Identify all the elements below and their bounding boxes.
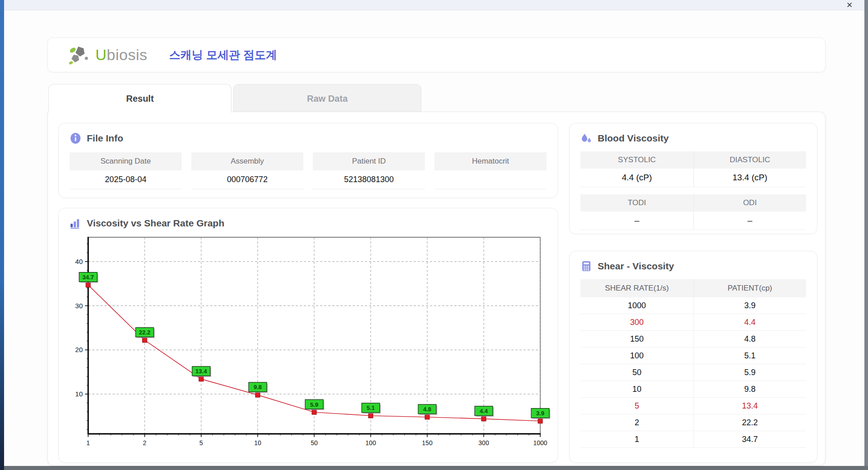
col-patient: PATIENT(cp) — [693, 279, 807, 297]
cell-label: DIASTOLIC — [693, 151, 807, 169]
logo-letter-u: U — [95, 46, 107, 63]
shear-viscosity-table-header: SHEAR RATE(1/s) PATIENT(cp) — [580, 279, 806, 297]
tab-result[interactable]: Result — [48, 84, 231, 113]
chart-point — [255, 393, 260, 397]
blood-viscosity-cell: SYSTOLIC4.4 (cP) — [580, 151, 693, 187]
x-tick-label: 150 — [422, 439, 433, 446]
close-icon[interactable]: ✕ — [844, 0, 854, 10]
x-tick-label: 100 — [365, 439, 376, 446]
shear-viscosity-rows: 10003.93004.41504.81005.1505.9109.8513.4… — [580, 297, 806, 448]
cell-shear-rate: 10 — [580, 381, 693, 397]
chart-point-label: 4.8 — [423, 406, 431, 413]
table-row: 10003.9 — [580, 297, 806, 314]
viscosity-chart: 102030401251050100150300100034.722.213.4… — [59, 236, 558, 459]
blood-viscosity-group: TODI–ODI– — [580, 194, 806, 230]
chart-point — [538, 419, 542, 423]
chart-point — [368, 414, 373, 418]
cell-shear-rate: 5 — [580, 398, 693, 414]
graph-title-text: Viscosity vs Shear Rate Graph — [87, 218, 224, 229]
shear-viscosity-title-text: Shear - Viscosity — [598, 261, 674, 272]
chart-point — [481, 417, 486, 421]
result-panel: File Info Scanning Date2025-08-04Assembl… — [47, 112, 826, 466]
cell-patient: 4.8 — [693, 331, 807, 347]
viscosity-chart-svg: 102030401251050100150300100034.722.213.4… — [59, 236, 558, 459]
ubiosis-logo-icon — [68, 45, 92, 66]
file-info-title: File Info — [70, 132, 557, 144]
cell-shear-rate: 50 — [580, 364, 693, 381]
table-row: 109.8 — [580, 381, 806, 398]
table-row: 1504.8 — [580, 331, 806, 348]
cell-shear-rate: 1000 — [580, 297, 693, 314]
blood-viscosity-table: SYSTOLIC4.4 (cP)DIASTOLIC13.4 (cP)TODI–O… — [570, 151, 817, 230]
cell-patient: 4.4 — [693, 314, 807, 330]
chart-point — [142, 338, 147, 343]
blood-viscosity-group: SYSTOLIC4.4 (cP)DIASTOLIC13.4 (cP) — [580, 151, 806, 187]
y-tick-label: 40 — [75, 258, 83, 265]
blood-viscosity-cell: ODI– — [693, 194, 807, 230]
cell-shear-rate: 150 — [580, 331, 693, 347]
chart-point-label: 13.4 — [195, 368, 207, 375]
file-info-field: Assembly000706772 — [191, 152, 303, 189]
chart-point-label: 5.9 — [310, 401, 318, 408]
file-info-fields: Scanning Date2025-08-04Assembly000706772… — [70, 152, 547, 189]
chart-point-label: 22.2 — [139, 329, 150, 336]
table-row: 1005.1 — [580, 348, 806, 364]
x-tick-label: 10 — [254, 439, 261, 446]
cell-shear-rate: 1 — [580, 431, 693, 447]
field-label: Scanning Date — [70, 152, 182, 170]
cell-label: ODI — [693, 194, 807, 212]
app-window: ✕ Ubiosis 스캐닝 모세관 점도계 Result Raw Data — [0, 0, 868, 470]
col-shear-rate: SHEAR RATE(1/s) — [580, 279, 693, 297]
graph-card: Viscosity vs Shear Rate Graph 1020304012… — [58, 208, 558, 463]
chart-point-label: 34.7 — [82, 274, 94, 281]
cell-patient: 34.7 — [693, 431, 807, 447]
cell-shear-rate: 100 — [580, 348, 693, 364]
blood-viscosity-card: Blood Viscosity SYSTOLIC4.4 (cP)DIASTOLI… — [569, 123, 817, 234]
cell-value: 4.4 (cP) — [580, 169, 693, 187]
cell-shear-rate: 300 — [580, 314, 693, 330]
cell-patient: 9.8 — [693, 381, 807, 397]
x-tick-label: 5 — [199, 439, 203, 446]
x-tick-label: 50 — [311, 439, 318, 446]
field-value: 52138081300 — [313, 170, 425, 189]
graph-title: Viscosity vs Shear Rate Graph — [70, 217, 557, 229]
window-right-border — [864, 0, 868, 470]
cell-value: – — [693, 212, 807, 230]
chart-point-label: 9.8 — [254, 384, 262, 390]
table-row: 222.2 — [580, 414, 806, 431]
blood-viscosity-cell: TODI– — [580, 194, 693, 230]
cell-label: TODI — [580, 194, 693, 212]
field-value — [434, 170, 547, 189]
field-label: Assembly — [191, 152, 303, 170]
window-left-border — [0, 0, 4, 470]
tab-raw-data[interactable]: Raw Data — [233, 84, 421, 113]
ubiosis-logo: Ubiosis — [68, 45, 147, 66]
field-value: 000706772 — [191, 170, 303, 189]
chart-point — [86, 283, 90, 287]
file-info-field: Scanning Date2025-08-04 — [70, 152, 182, 189]
chart-point-label: 3.9 — [536, 410, 544, 417]
field-value: 2025-08-04 — [70, 170, 182, 189]
shear-viscosity-title: Shear - Viscosity — [580, 260, 817, 272]
y-tick-label: 10 — [75, 390, 83, 398]
field-label: Patient ID — [313, 152, 425, 170]
file-info-title-text: File Info — [87, 133, 123, 144]
table-row: 134.7 — [580, 431, 806, 448]
cell-patient: 5.9 — [693, 364, 807, 381]
window-title-bar: ✕ — [4, 0, 864, 10]
table-row: 513.4 — [580, 398, 806, 414]
blood-viscosity-title-text: Blood Viscosity — [598, 133, 669, 144]
cell-patient: 13.4 — [693, 398, 807, 414]
droplet-icon — [580, 132, 592, 144]
file-info-field: Patient ID52138081300 — [313, 152, 425, 189]
cell-value: 13.4 (cP) — [693, 169, 807, 187]
app-title-korean: 스캐닝 모세관 점도계 — [169, 47, 277, 62]
shear-viscosity-card: Shear - Viscosity SHEAR RATE(1/s) PATIEN… — [569, 251, 817, 463]
chart-point-label: 5.1 — [367, 404, 375, 411]
logo-rest: biosis — [107, 46, 147, 63]
cell-value: – — [580, 212, 693, 230]
blood-viscosity-title: Blood Viscosity — [580, 132, 817, 144]
y-tick-label: 30 — [75, 302, 83, 310]
cell-label: SYSTOLIC — [580, 151, 693, 169]
info-icon — [70, 132, 81, 144]
